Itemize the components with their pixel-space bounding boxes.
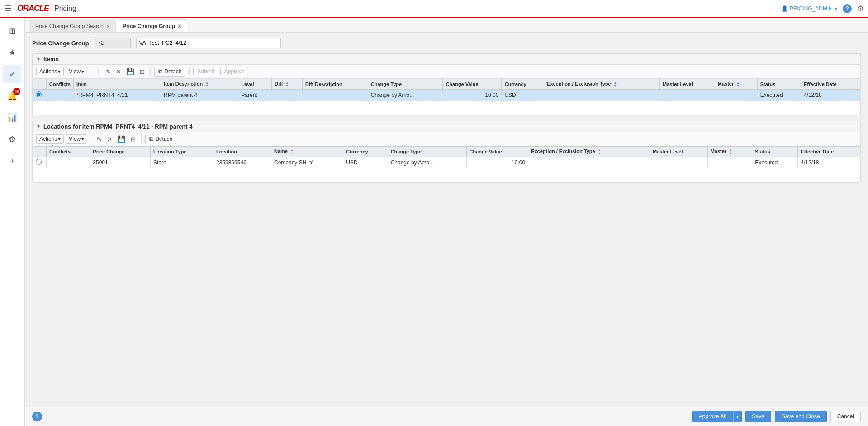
items-toolbar-sep3 xyxy=(189,67,190,76)
col-header-diff[interactable]: Diff ▲▼ xyxy=(272,79,303,90)
pcg-id-input[interactable] xyxy=(95,38,131,48)
pcg-name-input[interactable] xyxy=(136,38,281,48)
page-content: Price Change Group ▼ Items Actions ▾ xyxy=(25,33,868,407)
loc-name-sort: ▲▼ xyxy=(290,148,294,155)
items-view-btn[interactable]: View ▾ xyxy=(66,67,87,76)
top-help-icon[interactable]: ? xyxy=(843,4,852,13)
tab-bar: Price Change Group Search × Price Change… xyxy=(25,18,868,33)
locations-view-arrow: ▾ xyxy=(81,136,84,142)
tab-detail-close[interactable]: × xyxy=(178,23,181,29)
menu-icon[interactable]: ☰ xyxy=(5,4,12,14)
bottom-help-icon[interactable]: ? xyxy=(32,412,42,421)
items-table: Conflicts Item Item Description ▲▼ xyxy=(33,79,860,101)
loc-name-cell: Company SH=Y xyxy=(271,157,343,168)
table-row[interactable]: 35001 Store 2359869546 Company SH=Y USD … xyxy=(33,157,860,168)
items-detach-btn[interactable]: ⧉ Detach xyxy=(154,67,185,77)
sidebar-item-tasks[interactable]: ✔ xyxy=(3,65,21,83)
notification-badge: 39 xyxy=(13,88,20,95)
exception-exclusion-cell xyxy=(544,90,660,101)
locations-table-header-row: Conflicts Price Change Location Type Loc… xyxy=(33,147,860,157)
col-header-master[interactable]: Master ▲▼ xyxy=(715,79,757,90)
locations-save-row-btn[interactable]: 💾 xyxy=(116,134,127,144)
top-bar-right: 👤 PRICING_ADMIN ▾ ? ⚙ xyxy=(781,4,863,13)
row-radio[interactable] xyxy=(36,91,42,97)
locations-section-header: ▼ Locations for Item RPM4_PRNT4_4/11 - R… xyxy=(33,121,860,132)
items-collapse-btn[interactable]: ▼ xyxy=(36,57,41,62)
locations-actions-arrow: ▾ xyxy=(58,136,61,142)
tab-search-close[interactable]: × xyxy=(106,23,110,29)
locations-section-title: Locations for Item RPM4_PRNT4_4/11 - RPM… xyxy=(43,123,192,130)
approve-all-dropdown-btn[interactable]: ▾ xyxy=(733,411,742,422)
items-section: ▼ Items Actions ▾ View ▾ + ✎ xyxy=(32,53,861,115)
loc-col-header-master[interactable]: Master ▲▼ xyxy=(707,147,752,157)
loc-col-header-price-change: Price Change xyxy=(90,147,151,157)
locations-item-name: RPM4_PRNT4_4/11 xyxy=(96,123,150,130)
sidebar-item-notifications[interactable]: 🔔 39 xyxy=(3,87,21,105)
items-edit-btn[interactable]: ✎ xyxy=(104,67,113,76)
items-detach-label: Detach xyxy=(164,68,181,75)
items-actions-btn[interactable]: Actions ▾ xyxy=(36,67,64,76)
locations-collapse-btn[interactable]: ▼ xyxy=(36,124,41,129)
master-level-cell xyxy=(660,90,715,101)
save-close-btn[interactable]: Save and Close xyxy=(775,411,827,422)
col-header-item-description[interactable]: Item Description ▲▼ xyxy=(161,79,238,90)
items-toolbar-sep2 xyxy=(150,67,151,76)
locations-multi-save-btn[interactable]: ⊞ xyxy=(129,135,138,144)
locations-view-label: View xyxy=(69,136,81,142)
settings-icon[interactable]: ⚙ xyxy=(857,4,863,13)
approve-all-btn-group: Approve All ▾ xyxy=(692,411,742,422)
sidebar-item-favorites[interactable]: ★ xyxy=(3,43,21,62)
save-btn[interactable]: Save xyxy=(745,411,771,422)
loc-col-header-master-level: Master Level xyxy=(650,147,707,157)
locations-actions-btn[interactable]: Actions ▾ xyxy=(36,134,64,144)
row-selector-cell[interactable] xyxy=(33,90,47,101)
oracle-logo: ORACLE xyxy=(17,4,49,13)
col-header-conflicts: Conflicts xyxy=(47,79,74,90)
change-value-cell: 10.00 xyxy=(443,90,502,101)
user-info[interactable]: 👤 PRICING_ADMIN ▾ xyxy=(781,5,837,12)
tasks-icon: ✔ xyxy=(9,69,16,79)
items-add-btn[interactable]: + xyxy=(95,67,102,76)
locations-delete-btn[interactable]: ✕ xyxy=(105,135,114,144)
loc-status-cell: Executed xyxy=(752,157,798,168)
loc-exception-exclusion-cell xyxy=(528,157,650,168)
grid-icon: ⊞ xyxy=(9,26,16,36)
table-row[interactable]: *RPM4_PRNT4_4/11 RPM parent 4 Parent Cha… xyxy=(33,90,860,101)
sidebar-item-grid[interactable]: ⊞ xyxy=(3,22,21,40)
item-description-sort: ▲▼ xyxy=(205,81,209,87)
loc-exception-sort: ▲▼ xyxy=(598,148,601,155)
loc-change-type-cell: Change by Amo... xyxy=(388,157,466,168)
bottom-bar: ? Approve All ▾ Save Save and Close Canc… xyxy=(25,407,868,426)
locations-detach-btn[interactable]: ⧉ Detach xyxy=(145,134,176,144)
pcg-label: Price Change Group xyxy=(32,40,89,47)
diff-sort: ▲▼ xyxy=(286,81,289,87)
col-header-currency: Currency xyxy=(502,79,544,90)
loc-col-header-conflicts: Conflicts xyxy=(47,147,90,157)
items-delete-btn[interactable]: ✕ xyxy=(114,67,123,76)
items-approve-label: Approve xyxy=(224,68,245,75)
cancel-btn[interactable]: Cancel xyxy=(830,411,861,422)
sidebar-item-settings[interactable]: ⚙ xyxy=(3,130,21,148)
locations-view-btn[interactable]: View ▾ xyxy=(66,134,87,144)
locations-edit-btn[interactable]: ✎ xyxy=(95,135,104,144)
sidebar-item-reports[interactable]: 📊 xyxy=(3,109,21,127)
loc-col-header-currency: Currency xyxy=(343,147,388,157)
master-cell xyxy=(715,90,757,101)
exception-sort: ▲▼ xyxy=(614,81,617,87)
tab-search[interactable]: Price Change Group Search × xyxy=(29,19,116,32)
items-approve-btn[interactable]: Approve xyxy=(220,67,249,76)
approve-all-btn[interactable]: Approve All xyxy=(692,411,733,422)
items-multi-save-btn[interactable]: ⊞ xyxy=(138,67,147,76)
col-header-diff-description: Diff Description xyxy=(302,79,368,90)
col-header-exception-exclusion[interactable]: Exception / Exclusion Type ▲▼ xyxy=(544,79,660,90)
tab-detail[interactable]: Price Change Group × xyxy=(117,19,187,32)
sidebar-item-add[interactable]: + xyxy=(3,152,21,170)
loc-row-selector-cell[interactable] xyxy=(33,157,47,168)
pcg-header: Price Change Group xyxy=(32,38,861,48)
loc-col-header-name[interactable]: Name ▲▼ xyxy=(271,147,343,157)
loc-currency-cell: USD xyxy=(343,157,388,168)
items-submit-btn[interactable]: Submit xyxy=(193,67,218,76)
loc-row-radio[interactable] xyxy=(36,159,42,165)
items-save-row-btn[interactable]: 💾 xyxy=(125,67,136,76)
loc-col-header-exception-exclusion[interactable]: Exception / Exclusion Type ▲▼ xyxy=(528,147,650,157)
